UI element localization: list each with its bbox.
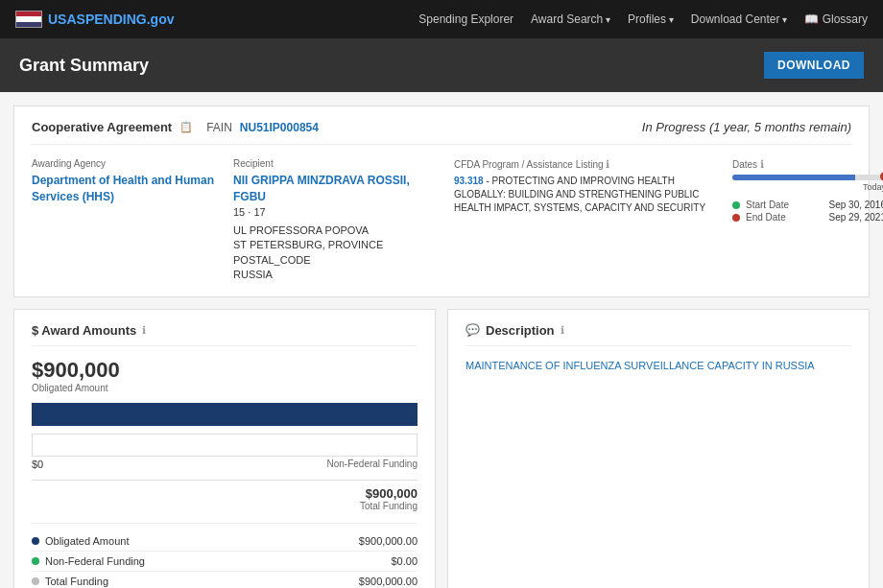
dates-col: Dates ℹ Today Start Date Sep 30, 2016 [732, 158, 883, 283]
nav-award-search[interactable]: Award Search [531, 12, 610, 26]
date-bar-background [732, 175, 883, 180]
award-type-row: Cooperative Agreement 📋 FAIN NU51IP00085… [32, 120, 319, 134]
fain-value: NU51IP000854 [240, 121, 319, 134]
cfda-label: CFDA Program / Assistance Listing ℹ [454, 158, 723, 171]
end-date-row: End Date Sep 29, 2021 [732, 212, 883, 223]
amounts-title: $ Award Amounts [32, 323, 136, 338]
description-header: 💬 Description ℹ [465, 323, 851, 346]
download-button[interactable]: DOWNLOAD [764, 52, 864, 79]
table-row-total-value: $900,000.00 [359, 576, 418, 587]
non-federal-amount: $0 [32, 459, 43, 470]
nav-download-center[interactable]: Download Center [691, 12, 788, 26]
date-details: Start Date Sep 30, 2016 End Date Sep 29,… [732, 200, 883, 223]
awarding-agency-link[interactable]: Department of Health and Human Services … [32, 173, 224, 205]
flag-icon [15, 11, 42, 28]
award-card: Cooperative Agreement 📋 FAIN NU51IP00085… [13, 106, 870, 297]
table-row-non-federal: Non-Federal Funding $0.00 [32, 552, 418, 572]
amounts-card: $ Award Amounts ℹ $900,000 Obligated Amo… [13, 309, 436, 588]
non-federal-label-row: $0 Non-Federal Funding [32, 459, 418, 470]
obligated-bar-row [32, 403, 418, 426]
copy-icon[interactable]: 📋 [179, 121, 193, 133]
logo-spending: SPENDING [77, 12, 147, 27]
page-header: Grant Summary DOWNLOAD [0, 38, 883, 92]
amounts-info-icon[interactable]: ℹ [142, 324, 146, 337]
table-row-non-federal-label: Non-Federal Funding [32, 555, 145, 567]
main-content: Cooperative Agreement 📋 FAIN NU51IP00085… [0, 92, 883, 588]
obligated-bar-fill [32, 403, 418, 426]
end-date-label: End Date [746, 212, 786, 223]
obligated-label: Obligated Amount [32, 383, 418, 393]
total-label: Total Funding [32, 501, 418, 511]
date-bar: Today [732, 175, 883, 192]
non-federal-desc: Non-Federal Funding [327, 459, 418, 469]
award-type: Cooperative Agreement [32, 120, 172, 134]
recipient-col: Recipient NII GRIPPA MINZDRAVA ROSSII, F… [233, 158, 444, 283]
obligated-amount-big: $900,000 [32, 358, 418, 383]
awarding-agency-col: Awarding Agency Department of Health and… [32, 158, 224, 283]
end-date-dot [732, 214, 740, 222]
total-row: $900,000 Total Funding [32, 480, 418, 511]
today-label: Today [732, 182, 883, 192]
cfda-description: - PROTECTING AND IMPROVING HEALTH GLOBAL… [454, 176, 705, 213]
description-text: MAINTENANCE OF INFLUENZA SURVEILLANCE CA… [465, 358, 851, 374]
table-row-total-label: Total Funding [32, 576, 108, 587]
non-federal-bar [32, 434, 418, 457]
start-date-row: Start Date Sep 30, 2016 [732, 200, 883, 210]
top-navigation: USASPENDING.gov Spending Explorer Award … [0, 0, 883, 38]
recipient-address: UL PROFESSORA POPOVA ST PETERSBURG, PROV… [233, 223, 444, 283]
cfda-info-icon[interactable]: ℹ [606, 158, 609, 170]
table-row-obligated-label: Obligated Amount [32, 535, 129, 547]
amounts-header: $ Award Amounts ℹ [32, 323, 418, 346]
table-row-total: Total Funding $900,000.00 [32, 572, 418, 588]
site-logo: USASPENDING.gov [48, 12, 174, 27]
dates-info-icon[interactable]: ℹ [760, 158, 764, 170]
logo-area: USASPENDING.gov [15, 11, 418, 28]
award-info-grid: Awarding Agency Department of Health and… [32, 158, 851, 283]
description-icon: 💬 [465, 323, 480, 337]
cfda-col: CFDA Program / Assistance Listing ℹ 93.3… [454, 158, 723, 283]
nav-profiles[interactable]: Profiles [628, 12, 674, 26]
start-date-label: Start Date [746, 200, 789, 210]
recipient-name[interactable]: NII GRIPPA MINZDRAVA ROSSII, FGBU [233, 173, 444, 205]
non-federal-bar-row: $0 Non-Federal Funding [32, 434, 418, 470]
date-bar-fill [732, 175, 855, 180]
status-badge: In Progress (1 year, 5 months remain) [642, 120, 851, 134]
dates-label: Dates ℹ [732, 158, 883, 171]
dot-gray [32, 577, 39, 585]
nav-spending-explorer[interactable]: Spending Explorer [418, 12, 513, 26]
award-header: Cooperative Agreement 📋 FAIN NU51IP00085… [32, 120, 851, 145]
dot-blue [32, 537, 39, 545]
fain-label: FAIN [206, 121, 232, 134]
dot-green [32, 557, 39, 565]
cfda-number: 93.318 [454, 176, 484, 186]
start-date-dot [732, 201, 740, 209]
logo-gov: .gov [147, 12, 175, 27]
cfda-title: 93.318 - PROTECTING AND IMPROVING HEALTH… [454, 175, 723, 215]
amounts-table: Obligated Amount $900,000.00 Non-Federal… [32, 523, 418, 588]
end-date-value: Sep 29, 2021 [829, 212, 884, 223]
bottom-section: $ Award Amounts ℹ $900,000 Obligated Amo… [13, 309, 870, 588]
awarding-agency-label: Awarding Agency [32, 158, 224, 169]
description-info-icon[interactable]: ℹ [561, 324, 564, 337]
recipient-id: 15 · 17 [233, 205, 444, 220]
table-row-non-federal-value: $0.00 [391, 555, 418, 567]
bar-chart: $0 Non-Federal Funding [32, 403, 418, 470]
description-title: Description [486, 323, 555, 338]
table-row-obligated-value: $900,000.00 [359, 535, 418, 547]
start-date-value: Sep 30, 2016 [829, 200, 884, 210]
nav-links: Spending Explorer Award Search Profiles … [418, 12, 868, 26]
total-amount: $900,000 [32, 486, 418, 501]
recipient-label: Recipient [233, 158, 444, 169]
table-row-obligated: Obligated Amount $900,000.00 [32, 531, 418, 552]
description-card: 💬 Description ℹ MAINTENANCE OF INFLUENZA… [447, 309, 870, 588]
nav-glossary[interactable]: 📖 Glossary [804, 12, 868, 26]
logo-usa: USA [48, 12, 77, 27]
page-title: Grant Summary [19, 56, 149, 76]
